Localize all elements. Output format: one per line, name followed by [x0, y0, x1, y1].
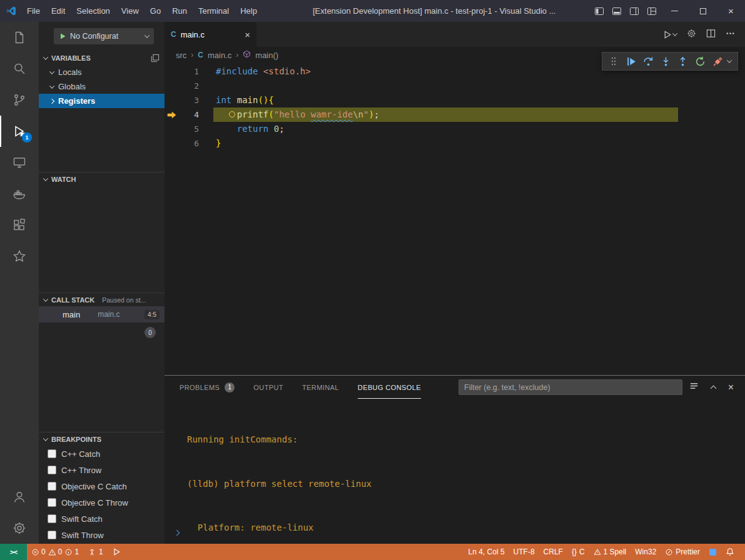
checkbox[interactable] [48, 482, 56, 491]
menu-terminal[interactable]: Terminal [193, 0, 235, 22]
code-line-2[interactable]: 2 [165, 79, 745, 93]
explorer-icon[interactable] [0, 22, 39, 53]
launch-config-dropdown[interactable]: No Configurat [54, 28, 154, 44]
run-file-button[interactable] [662, 30, 677, 39]
toolbar-drag-grip-icon[interactable] [606, 54, 621, 69]
variables-item-globals[interactable]: Globals [39, 79, 165, 94]
customize-layout-icon[interactable] [647, 6, 657, 16]
spell-checker-status[interactable]: 1 Spell [589, 544, 631, 560]
breakpoint-cpp-throw[interactable]: C++ Throw [39, 462, 165, 478]
split-editor-icon[interactable] [706, 29, 716, 41]
breadcrumb-symbol[interactable]: main() [255, 51, 278, 60]
code-line-4-current[interactable]: 4 printf("hello wamr-ide\n"); [165, 108, 745, 122]
breakpoint-objc-throw[interactable]: Objective C Throw [39, 494, 165, 511]
tab-output[interactable]: OUTPUT [253, 376, 283, 399]
code-line-3[interactable]: 3 int main(){ [165, 93, 745, 108]
marketplace-star-icon[interactable] [0, 241, 39, 272]
call-stack-section-header[interactable]: CALL STACK Paused on st... [39, 292, 165, 306]
call-stack-frame[interactable]: main main.c 4:5 [39, 306, 165, 322]
maximize-panel-icon[interactable] [711, 382, 716, 393]
extensions-icon[interactable] [0, 209, 39, 241]
start-debug-icon[interactable] [59, 32, 66, 40]
breakpoint-cpp-catch[interactable]: C++ Catch [39, 446, 165, 462]
menu-file[interactable]: File [21, 0, 46, 22]
restart-icon[interactable] [693, 54, 708, 69]
watch-section-header[interactable]: WATCH [39, 172, 165, 186]
close-button[interactable]: × [717, 0, 745, 22]
breadcrumb-file[interactable]: main.c [208, 51, 231, 60]
menu-help[interactable]: Help [235, 0, 263, 22]
menu-view[interactable]: View [116, 0, 144, 22]
variables-section-header[interactable]: VARIABLES [39, 51, 165, 65]
tab-problems[interactable]: PROBLEMS 1 [180, 376, 235, 399]
breadcrumb-src[interactable]: src [176, 51, 186, 60]
breakpoint-gutter[interactable] [165, 93, 178, 108]
docker-icon[interactable] [0, 178, 39, 209]
problems-status[interactable]: 0 0 1 [27, 544, 83, 560]
toggle-secondary-sidebar-icon[interactable] [629, 6, 639, 16]
debug-pointer-icon[interactable] [165, 108, 178, 122]
breakpoint-swift-throw[interactable]: Swift Throw [39, 527, 165, 543]
account-icon[interactable] [0, 481, 39, 512]
close-panel-icon[interactable]: × [728, 382, 734, 393]
toggle-panel-icon[interactable] [612, 6, 622, 16]
breakpoint-gutter[interactable] [165, 136, 178, 151]
checkbox[interactable] [48, 466, 56, 474]
code-editor[interactable]: 1 #include <stdio.h> 2 3 int main(){ 4 p… [165, 63, 745, 151]
more-actions-icon[interactable] [726, 29, 735, 41]
continue-icon[interactable] [624, 54, 639, 69]
console-filter-input[interactable] [459, 379, 682, 395]
console-lines-icon[interactable] [689, 381, 699, 393]
status-extension-icon[interactable] [704, 544, 721, 560]
tab-main-c[interactable]: C main.c × [165, 22, 256, 47]
inline-breakpoint-icon[interactable] [229, 111, 235, 118]
menu-edit[interactable]: Edit [46, 0, 71, 22]
settings-gear-icon[interactable] [0, 512, 39, 544]
cursor-position-status[interactable]: Ln 4, Col 5 [464, 544, 509, 560]
code-line-5[interactable]: 5 return 0; [165, 122, 745, 136]
menu-selection[interactable]: Selection [71, 0, 115, 22]
ports-status[interactable]: 1 [83, 544, 108, 560]
checkbox[interactable] [48, 498, 56, 507]
maximize-button[interactable] [689, 0, 717, 22]
variables-item-registers[interactable]: Registers [39, 94, 165, 108]
debug-status-icon[interactable] [108, 544, 125, 560]
checkbox[interactable] [48, 449, 56, 458]
editor-settings-gear-icon[interactable] [687, 29, 696, 41]
source-control-icon[interactable] [0, 84, 39, 116]
breakpoint-swift-catch[interactable]: Swift Catch [39, 511, 165, 527]
step-out-icon[interactable] [676, 54, 691, 69]
minimize-button[interactable] [661, 0, 689, 22]
chevron-down-icon[interactable] [727, 59, 734, 63]
notifications-bell-icon[interactable] [721, 544, 739, 560]
remote-explorer-icon[interactable] [0, 147, 39, 178]
variables-item-locals[interactable]: Locals [39, 65, 165, 79]
platform-status[interactable]: Win32 [631, 544, 661, 560]
tab-debug-console[interactable]: DEBUG CONSOLE [358, 376, 421, 399]
remote-indicator[interactable]: >< [0, 544, 27, 560]
toggle-sidebar-icon[interactable] [594, 6, 604, 16]
breakpoint-gutter[interactable] [165, 122, 178, 136]
breakpoints-section-header[interactable]: BREAKPOINTS [39, 432, 165, 446]
menu-run[interactable]: Run [166, 0, 193, 22]
run-and-debug-icon[interactable]: 1 [0, 116, 39, 147]
checkbox[interactable] [48, 531, 56, 539]
menu-go[interactable]: Go [144, 0, 166, 22]
disconnect-icon[interactable] [710, 54, 725, 69]
tab-terminal[interactable]: TERMINAL [302, 376, 339, 399]
checkbox[interactable] [48, 514, 56, 523]
encoding-status[interactable]: UTF-8 [509, 544, 539, 560]
language-mode-status[interactable]: {} C [567, 544, 589, 560]
close-tab-icon[interactable]: × [245, 29, 250, 40]
eol-status[interactable]: CRLF [539, 544, 567, 560]
search-icon[interactable] [0, 53, 39, 84]
prettier-status[interactable]: Prettier [661, 544, 704, 560]
step-over-icon[interactable] [641, 54, 656, 69]
breakpoint-objc-catch[interactable]: Objective C Catch [39, 478, 165, 494]
breakpoint-gutter[interactable] [165, 79, 178, 93]
code-line-6[interactable]: 6 } [165, 136, 745, 151]
console-input-prompt[interactable] [175, 526, 179, 538]
breakpoint-gutter[interactable] [165, 64, 178, 79]
collapse-all-icon[interactable] [151, 54, 160, 62]
step-into-icon[interactable] [658, 54, 673, 69]
